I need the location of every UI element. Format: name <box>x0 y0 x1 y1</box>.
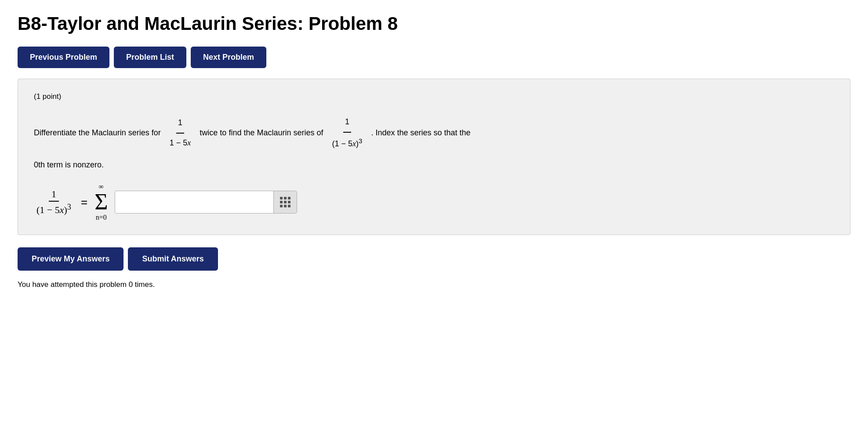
problem-statement: Differentiate the Maclaurin series for 1… <box>34 113 834 152</box>
grid-dot <box>280 205 283 207</box>
preview-answers-button[interactable]: Preview My Answers <box>18 247 123 271</box>
grid-dot <box>288 201 291 203</box>
grid-dot <box>284 201 287 203</box>
fraction-1: 1 1 − 5x <box>168 114 193 152</box>
problem-text-post: . Index the series so that the <box>371 124 470 142</box>
sigma-limit-bottom: n=0 <box>96 214 107 221</box>
grid-dot <box>280 201 283 203</box>
grid-dot <box>288 197 291 199</box>
math-palette-button[interactable] <box>273 191 297 213</box>
grid-dot <box>288 205 291 207</box>
points-label: (1 point) <box>34 92 834 101</box>
fraction-1-denominator: 1 − 5x <box>168 134 193 152</box>
grid-dot <box>284 197 287 199</box>
sigma-symbol: Σ <box>94 191 108 214</box>
answer-input[interactable] <box>115 191 273 213</box>
sigma-notation: ∞ Σ n=0 <box>94 183 108 221</box>
fraction-2: 1 (1 − 5x)3 <box>330 113 364 152</box>
lhs-fraction-denominator: (1 − 5x)3 <box>34 202 74 216</box>
answer-row: 1 (1 − 5x)3 = ∞ Σ n=0 <box>34 183 834 221</box>
problem-box: (1 point) Differentiate the Maclaurin se… <box>18 79 850 235</box>
answer-input-wrapper <box>115 191 297 214</box>
equals-sign: = <box>81 196 87 209</box>
grid-dot <box>280 197 283 199</box>
problem-text-mid: twice to find the Maclaurin series of <box>200 124 323 142</box>
lhs-fraction: 1 (1 − 5x)3 <box>34 188 74 216</box>
next-problem-button[interactable]: Next Problem <box>191 47 266 68</box>
nav-buttons: Previous Problem Problem List Next Probl… <box>18 47 850 68</box>
lhs-fraction-numerator: 1 <box>49 188 59 202</box>
bottom-buttons: Preview My Answers Submit Answers <box>18 247 850 271</box>
grid-icon <box>280 197 291 207</box>
zero-term-text: 0th term is nonzero. <box>34 160 834 170</box>
previous-problem-button[interactable]: Previous Problem <box>18 47 109 68</box>
problem-list-button[interactable]: Problem List <box>114 47 186 68</box>
fraction-1-numerator: 1 <box>176 114 184 134</box>
fraction-2-denominator: (1 − 5x)3 <box>330 133 364 153</box>
attempt-text: You have attempted this problem 0 times. <box>18 280 850 289</box>
fraction-2-numerator: 1 <box>343 113 351 133</box>
submit-answers-button[interactable]: Submit Answers <box>128 247 218 271</box>
grid-dot <box>284 205 287 207</box>
problem-text-pre: Differentiate the Maclaurin series for <box>34 124 161 142</box>
page-title: B8-Taylor and MacLaurin Series: Problem … <box>18 13 850 34</box>
